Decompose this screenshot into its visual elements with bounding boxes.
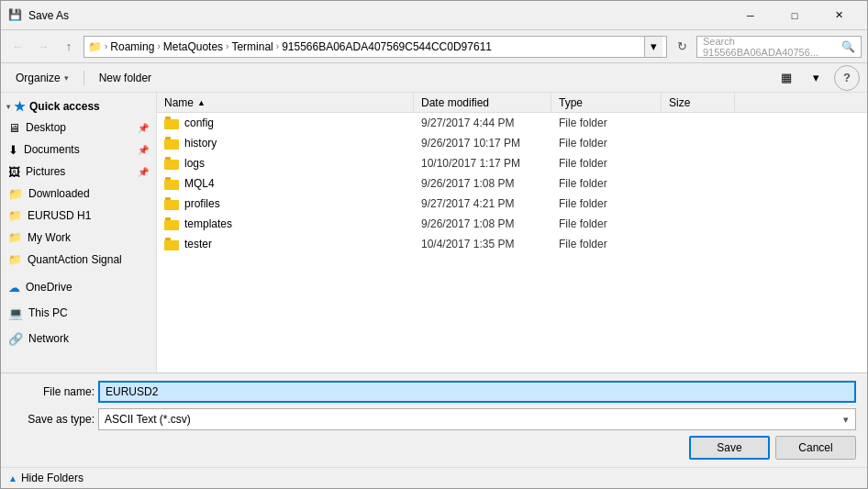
search-box[interactable]: Search 915566BA06ADA40756... 🔍: [696, 36, 862, 58]
quantaction-icon: 📁: [8, 253, 22, 266]
sidebar: ▾ ★ Quick access 🖥 Desktop 📌 ⬇ Documents…: [1, 93, 157, 372]
sidebar-item-thispc-label: This PC: [28, 306, 149, 319]
sidebar-item-onedrive[interactable]: ☁ OneDrive: [1, 276, 156, 298]
file-size-cell: [662, 133, 735, 152]
file-row[interactable]: logs 10/10/2017 1:17 PM File folder: [157, 153, 867, 173]
main-area: ▾ ★ Quick access 🖥 Desktop 📌 ⬇ Documents…: [1, 93, 867, 372]
back-button[interactable]: ←: [6, 36, 28, 58]
sort-arrow-name: ▲: [197, 98, 206, 107]
sidebar-item-downloaded[interactable]: 📁 Downloaded: [1, 183, 156, 205]
sidebar-item-quantaction[interactable]: 📁 QuantAction Signal: [1, 249, 156, 271]
file-size-cell: [662, 214, 735, 233]
folder-icon: [164, 117, 179, 129]
sidebar-item-network[interactable]: 🔗 Network: [1, 328, 156, 350]
savetype-row: Save as type: ASCII Text (*.csv): [12, 408, 856, 430]
filename-input[interactable]: [98, 381, 856, 403]
file-size-cell: [662, 113, 735, 132]
file-type-cell: File folder: [551, 194, 662, 213]
help-button[interactable]: ?: [834, 65, 860, 91]
forward-button[interactable]: →: [32, 36, 54, 58]
file-size-cell: [662, 194, 735, 213]
eurusd-icon: 📁: [8, 209, 22, 222]
action-row: Save Cancel: [12, 436, 856, 460]
file-row[interactable]: tester 10/4/2017 1:35 PM File folder: [157, 234, 867, 254]
view-dropdown-button[interactable]: ▾: [805, 67, 827, 89]
quick-access-label: Quick access: [29, 100, 100, 113]
sidebar-item-mywork[interactable]: 📁 My Work: [1, 227, 156, 249]
organize-button[interactable]: Organize ▾: [8, 67, 76, 89]
column-header-name[interactable]: Name ▲: [157, 93, 414, 112]
address-path[interactable]: 📁 › Roaming › MetaQuotes › Terminal › 91…: [83, 36, 667, 58]
column-header-type[interactable]: Type: [551, 93, 662, 112]
filename-row: File name:: [12, 381, 856, 403]
close-button[interactable]: ✕: [818, 1, 860, 30]
file-name-cell: config: [157, 113, 414, 132]
file-type-cell: File folder: [551, 214, 662, 233]
quick-access-header[interactable]: ▾ ★ Quick access: [1, 96, 156, 117]
sidebar-item-thispc[interactable]: 💻 This PC: [1, 302, 156, 324]
file-row[interactable]: profiles 9/27/2017 4:21 PM File folder: [157, 194, 867, 214]
hide-folders-row[interactable]: ▲ Hide Folders: [1, 467, 867, 488]
quick-access-star-icon: ★: [14, 99, 26, 114]
file-row[interactable]: MQL4 9/26/2017 1:08 PM File folder: [157, 173, 867, 194]
window-icon: 💾: [8, 8, 23, 23]
address-dropdown-button[interactable]: ▾: [644, 36, 662, 58]
column-header-date[interactable]: Date modified: [414, 93, 551, 112]
thispc-icon: 💻: [8, 306, 23, 320]
minimize-button[interactable]: ─: [729, 1, 772, 30]
file-type-cell: File folder: [551, 113, 662, 132]
file-type-cell: File folder: [551, 234, 662, 253]
sidebar-item-downloaded-label: Downloaded: [28, 187, 149, 200]
file-row[interactable]: config 9/27/2017 4:44 PM File folder: [157, 113, 867, 133]
maximize-button[interactable]: □: [773, 1, 816, 30]
path-folder-icon: 📁: [88, 40, 102, 53]
new-folder-label: New folder: [99, 72, 151, 84]
sidebar-item-eurusd[interactable]: 📁 EURUSD H1: [1, 205, 156, 227]
sidebar-item-network-label: Network: [28, 332, 149, 345]
folder-icon: [164, 157, 179, 170]
pictures-icon: 🖼: [8, 165, 20, 179]
sidebar-item-desktop-label: Desktop: [26, 121, 132, 134]
search-placeholder: Search 915566BA06ADA40756...: [703, 36, 841, 58]
folder-icon: [164, 197, 179, 210]
file-type-cell: File folder: [551, 133, 662, 152]
file-row[interactable]: history 9/26/2017 10:17 PM File folder: [157, 133, 867, 153]
pictures-pin-icon: 📌: [138, 167, 149, 177]
sidebar-item-onedrive-label: OneDrive: [26, 281, 149, 294]
onedrive-icon: ☁: [8, 281, 20, 295]
sidebar-item-mywork-label: My Work: [28, 231, 149, 244]
file-row[interactable]: templates 9/26/2017 1:08 PM File folder: [157, 214, 867, 234]
documents-pin-icon: 📌: [138, 145, 149, 155]
sidebar-item-documents-label: Documents: [24, 143, 132, 156]
filename-label: File name:: [12, 385, 95, 398]
sidebar-item-pictures[interactable]: 🖼 Pictures 📌: [1, 161, 156, 183]
sidebar-item-desktop[interactable]: 🖥 Desktop 📌: [1, 117, 156, 139]
save-button[interactable]: Save: [689, 436, 770, 460]
sidebar-item-pictures-label: Pictures: [26, 165, 132, 178]
cancel-button[interactable]: Cancel: [775, 436, 856, 460]
refresh-button[interactable]: ↻: [671, 36, 693, 58]
network-icon: 🔗: [8, 332, 23, 346]
up-button[interactable]: ↑: [58, 36, 80, 58]
new-folder-button[interactable]: New folder: [92, 67, 159, 89]
file-date-cell: 9/26/2017 1:08 PM: [414, 173, 551, 193]
file-date-cell: 9/27/2017 4:21 PM: [414, 194, 551, 213]
view-button[interactable]: ▦: [775, 67, 797, 89]
file-date-cell: 9/26/2017 10:17 PM: [414, 133, 551, 152]
file-name-cell: history: [157, 133, 414, 152]
savetype-wrapper: ASCII Text (*.csv): [98, 408, 856, 430]
file-size-cell: [662, 173, 735, 193]
organize-dropdown-icon: ▾: [64, 73, 69, 83]
file-name-cell: tester: [157, 234, 414, 253]
bottom-bar: File name: Save as type: ASCII Text (*.c…: [1, 372, 867, 467]
window-controls: ─ □ ✕: [729, 1, 860, 30]
path-metaquotes: MetaQuotes: [163, 40, 223, 53]
column-header-size[interactable]: Size: [662, 93, 735, 112]
quick-access-arrow: ▾: [6, 103, 10, 111]
path-roaming: Roaming: [110, 40, 154, 53]
file-type-cell: File folder: [551, 173, 662, 193]
file-type-cell: File folder: [551, 153, 662, 172]
savetype-select[interactable]: ASCII Text (*.csv): [98, 408, 856, 430]
sidebar-item-documents[interactable]: ⬇ Documents 📌: [1, 139, 156, 161]
desktop-icon: 🖥: [8, 121, 20, 135]
